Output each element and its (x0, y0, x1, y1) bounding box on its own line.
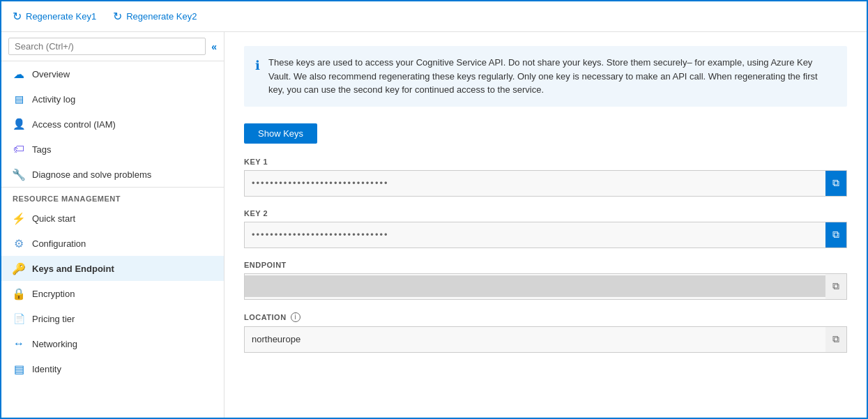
info-box: ℹ These keys are used to access your Cog… (244, 46, 847, 107)
show-keys-button[interactable]: Show Keys (244, 123, 317, 144)
key1-copy-button[interactable]: ⧉ (825, 171, 846, 196)
sidebar-nav: ☁ Overview ▤ Activity log 👤 Access contr… (1, 61, 224, 418)
endpoint-copy-button[interactable]: ⧉ (825, 274, 846, 299)
keys-endpoint-icon: 🔑 (13, 262, 25, 275)
pricing-tier-icon: 📄 (13, 312, 25, 325)
endpoint-input[interactable] (245, 275, 825, 297)
key2-input-row: ⧉ (244, 222, 847, 248)
key2-copy-button[interactable]: ⧉ (825, 222, 846, 247)
sidebar-item-activity-log[interactable]: ▤ Activity log (1, 86, 224, 112)
configuration-icon: ⚙ (13, 237, 25, 250)
tags-icon: 🏷 (13, 143, 25, 155)
sidebar-item-quick-start[interactable]: ⚡ Quick start (1, 206, 224, 231)
key1-input[interactable] (245, 172, 825, 194)
copy-icon: ⧉ (832, 177, 839, 189)
location-section: LOCATION i ⧉ (244, 312, 847, 353)
key1-label: KEY 1 (244, 158, 847, 166)
sidebar-item-encryption[interactable]: 🔒 Encryption (1, 281, 224, 306)
info-text: These keys are used to access your Cogni… (268, 56, 836, 97)
resource-management-section: RESOURCE MANAGEMENT (1, 187, 224, 206)
access-control-icon: 👤 (13, 118, 25, 130)
sidebar-item-label: Keys and Endpoint (32, 264, 114, 274)
regenerate-key2-button[interactable]: ↻ Regenerate Key2 (113, 10, 197, 23)
location-info-icon: i (291, 312, 300, 322)
sidebar-item-pricing-tier[interactable]: 📄 Pricing tier (1, 306, 224, 331)
sidebar-item-label: Networking (32, 339, 77, 349)
regen-key1-label: Regenerate Key1 (26, 11, 96, 22)
key2-input[interactable] (245, 224, 825, 245)
endpoint-label: ENDPOINT (244, 261, 847, 269)
sidebar-item-label: Diagnose and solve problems (32, 169, 151, 180)
key1-input-row: ⧉ (244, 170, 847, 197)
sidebar-item-networking[interactable]: ↔ Networking (1, 331, 224, 356)
sidebar-item-label: Overview (32, 69, 70, 79)
location-input[interactable] (245, 328, 825, 350)
copy-icon: ⧉ (832, 333, 839, 345)
networking-icon: ↔ (13, 337, 25, 350)
top-bar: ↻ Regenerate Key1 ↻ Regenerate Key2 (1, 1, 867, 32)
key2-label: KEY 2 (244, 209, 847, 218)
location-label-row: LOCATION i (244, 312, 847, 322)
search-bar: « (1, 32, 224, 61)
sidebar-item-label: Tags (32, 144, 51, 155)
copy-icon: ⧉ (832, 280, 839, 292)
location-copy-button[interactable]: ⧉ (825, 327, 846, 352)
app-window: ↻ Regenerate Key1 ↻ Regenerate Key2 « ☁ … (0, 0, 868, 419)
key1-section: KEY 1 ⧉ (244, 158, 847, 197)
collapse-button[interactable]: « (211, 41, 217, 52)
sidebar-item-access-control[interactable]: 👤 Access control (IAM) (1, 112, 224, 137)
sidebar-item-label: Quick start (32, 213, 75, 224)
location-input-row: ⧉ (244, 326, 847, 353)
endpoint-section: ENDPOINT ⧉ (244, 261, 847, 300)
sidebar-item-label: Encryption (32, 289, 75, 299)
info-icon: ℹ (255, 56, 260, 97)
quick-start-icon: ⚡ (13, 212, 25, 224)
sidebar-item-label: Identity (32, 364, 61, 374)
regen-key2-icon: ↻ (113, 10, 122, 23)
sidebar-item-tags[interactable]: 🏷 Tags (1, 137, 224, 162)
main-layout: « ☁ Overview ▤ Activity log 👤 Access con… (1, 32, 867, 418)
sidebar-item-identity[interactable]: ▤ Identity (1, 356, 224, 381)
sidebar: « ☁ Overview ▤ Activity log 👤 Access con… (1, 32, 224, 418)
sidebar-item-label: Pricing tier (32, 314, 75, 324)
sidebar-item-configuration[interactable]: ⚙ Configuration (1, 231, 224, 256)
endpoint-input-row: ⧉ (244, 273, 847, 300)
main-content: ℹ These keys are used to access your Cog… (224, 32, 867, 418)
key2-section: KEY 2 ⧉ (244, 209, 847, 248)
sidebar-item-diagnose[interactable]: 🔧 Diagnose and solve problems (1, 162, 224, 187)
identity-icon: ▤ (13, 363, 25, 375)
regen-key2-label: Regenerate Key2 (126, 11, 197, 22)
location-label: LOCATION (244, 313, 287, 321)
activity-log-icon: ▤ (13, 93, 25, 105)
regenerate-key1-button[interactable]: ↻ Regenerate Key1 (13, 10, 96, 23)
sidebar-item-overview[interactable]: ☁ Overview (1, 61, 224, 86)
sidebar-item-label: Activity log (32, 94, 75, 105)
sidebar-item-label: Configuration (32, 238, 86, 249)
copy-icon: ⧉ (832, 229, 839, 241)
overview-icon: ☁ (13, 68, 25, 80)
diagnose-icon: 🔧 (13, 168, 25, 181)
encryption-icon: 🔒 (13, 287, 25, 300)
regen-key1-icon: ↻ (13, 10, 22, 23)
sidebar-item-keys-endpoint[interactable]: 🔑 Keys and Endpoint (1, 256, 224, 281)
search-input[interactable] (8, 38, 206, 55)
sidebar-item-label: Access control (IAM) (32, 119, 116, 130)
